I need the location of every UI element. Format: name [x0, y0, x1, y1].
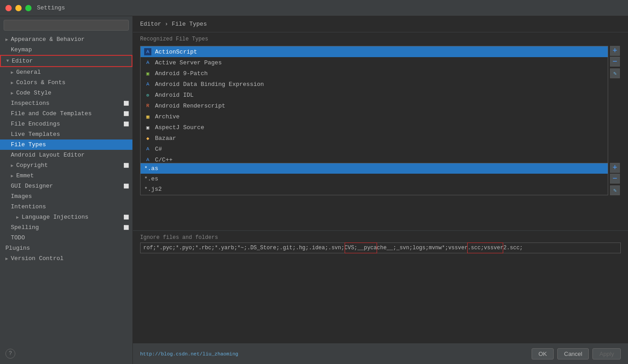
sidebar-item-copyright[interactable]: Copyright ⬜	[0, 160, 132, 171]
apply-button[interactable]: Apply	[592, 348, 621, 360]
list-item[interactable]: ▣ Android 9-Patch	[141, 68, 608, 79]
export-icon: ⬜	[123, 225, 129, 230]
ignore-label: Ignore files and folders	[140, 234, 621, 241]
search-input[interactable]	[4, 20, 129, 31]
file-type-label: Archive	[155, 113, 180, 120]
panels: Recognized File Types A ActionScript A A…	[133, 32, 628, 343]
list-item[interactable]: R Android Renderscript	[141, 100, 608, 111]
file-type-icon: ⊕	[144, 91, 151, 99]
sidebar-label: Code Style	[16, 90, 51, 96]
list-item[interactable]: A Android Data Binding Expression	[141, 79, 608, 90]
sidebar-item-codestyle[interactable]: Code Style	[0, 88, 132, 98]
window-controls[interactable]	[5, 5, 32, 11]
sidebar-item-filetypes[interactable]: File Types	[0, 139, 132, 150]
list-item[interactable]: ▣ AspectJ Source	[141, 122, 608, 133]
sidebar-item-keymap[interactable]: Keymap	[0, 45, 132, 55]
sidebar-item-colors[interactable]: Colors & Fonts	[0, 77, 132, 88]
file-type-label: Android IDL	[155, 92, 194, 99]
sidebar-item-versioncontrol[interactable]: Version Control	[0, 253, 132, 264]
registered-side-buttons: + − ✎	[608, 163, 621, 195]
export-icon: ⬜	[123, 163, 129, 168]
list-item[interactable]: A Active Server Pages	[141, 57, 608, 68]
file-type-label: Android Renderscript	[155, 103, 225, 109]
sidebar-item-languageinjections[interactable]: Language Injections ⬜	[0, 212, 132, 222]
sidebar-label: Intentions	[11, 203, 46, 210]
sidebar-item-filecodetemplates[interactable]: File and Code Templates ⬜	[0, 108, 132, 119]
recognized-file-types-panel: Recognized File Types A ActionScript A A…	[133, 32, 628, 149]
sidebar-label: Copyright	[16, 162, 48, 169]
sidebar-item-inspections[interactable]: Inspections ⬜	[0, 98, 132, 108]
file-type-label: C/C++	[155, 157, 173, 163]
export-icon: ⬜	[123, 215, 129, 220]
sidebar-item-general[interactable]: General	[0, 67, 132, 77]
sidebar-label: Version Control	[11, 255, 64, 262]
sidebar-item-appearance[interactable]: Appearance & Behavior	[0, 34, 132, 45]
sidebar-label: General	[16, 69, 41, 76]
list-item[interactable]: A C#	[141, 144, 608, 154]
file-type-icon: ▣	[144, 70, 151, 77]
footer-link: http://blog.csdn.net/liu_zhaoming	[140, 351, 528, 357]
sidebar-item-guidesigner[interactable]: GUI Designer ⬜	[0, 181, 132, 191]
sidebar-item-spelling[interactable]: Spelling ⬜	[0, 222, 132, 233]
registered-list-wrapper: *.as *.es *.js2 + − ✎	[140, 163, 621, 195]
ignore-input[interactable]	[140, 243, 621, 253]
file-type-label: Bazaar	[155, 135, 176, 142]
sidebar-label: Keymap	[11, 46, 32, 53]
ok-button[interactable]: OK	[532, 348, 554, 360]
minimize-button[interactable]	[15, 5, 22, 11]
expand-icon	[11, 80, 14, 85]
remove-pattern-button[interactable]: −	[610, 174, 620, 184]
add-file-type-button[interactable]: +	[610, 46, 620, 56]
expand-icon	[11, 90, 14, 96]
help-button[interactable]: ?	[5, 349, 15, 359]
pattern-label: *.as	[144, 165, 158, 172]
expand-icon	[16, 215, 19, 220]
sidebar-item-livetemplates[interactable]: Live Templates	[0, 129, 132, 139]
recognized-side-buttons: + − ✎	[608, 46, 621, 166]
file-type-label: Active Server Pages	[155, 59, 222, 66]
file-type-label: C#	[155, 146, 162, 153]
list-item[interactable]: ▦ Archive	[141, 111, 608, 122]
list-item[interactable]: *.as	[141, 163, 608, 174]
sidebar-item-todo[interactable]: TODO	[0, 233, 132, 243]
sidebar-item-editor[interactable]: Editor	[0, 55, 132, 67]
export-icon: ⬜	[123, 111, 129, 117]
close-button[interactable]	[5, 5, 12, 11]
recognized-list-wrapper: A ActionScript A Active Server Pages ▣ A…	[140, 46, 621, 166]
list-item[interactable]: *.es	[141, 174, 608, 184]
file-type-icon: A	[144, 156, 151, 163]
sidebar-label: Language Injections	[22, 214, 88, 220]
file-type-label: Android 9-Patch	[155, 70, 208, 77]
export-icon: ⬜	[123, 184, 129, 189]
file-type-icon: R	[144, 102, 151, 109]
export-icon: ⬜	[123, 121, 129, 127]
sidebar-item-androidlayout[interactable]: Android Layout Editor	[0, 150, 132, 160]
list-item[interactable]: A ActionScript	[141, 46, 608, 57]
file-type-label: Android Data Binding Expression	[155, 81, 264, 88]
ignore-section: Ignore files and folders	[133, 230, 628, 257]
cancel-button[interactable]: Cancel	[557, 348, 589, 360]
sidebar-label: TODO	[11, 234, 25, 241]
file-type-icon: ▦	[144, 113, 151, 120]
expand-icon	[11, 173, 14, 179]
sidebar-item-fileencodings[interactable]: File Encodings ⬜	[0, 119, 132, 129]
sidebar-item-plugins[interactable]: Plugins	[0, 243, 132, 253]
add-pattern-button[interactable]: +	[610, 163, 620, 173]
file-type-label: ActionScript	[155, 49, 197, 55]
maximize-button[interactable]	[25, 5, 32, 11]
sidebar-item-emmet[interactable]: Emmet	[0, 171, 132, 181]
main-layout: Appearance & Behavior Keymap Editor Gene…	[0, 16, 628, 364]
list-item[interactable]: ◆ Bazaar	[141, 133, 608, 144]
list-item[interactable]: ⊕ Android IDL	[141, 90, 608, 100]
sidebar-item-intentions[interactable]: Intentions	[0, 202, 132, 212]
edit-file-type-button[interactable]: ✎	[610, 68, 620, 78]
sidebar: Appearance & Behavior Keymap Editor Gene…	[0, 16, 133, 364]
sidebar-label: File Encodings	[11, 121, 60, 127]
edit-pattern-button[interactable]: ✎	[610, 185, 620, 195]
pattern-label: *.js2	[144, 186, 162, 193]
registered-list: *.as *.es *.js2	[140, 163, 608, 195]
sidebar-item-images[interactable]: Images	[0, 191, 132, 202]
remove-file-type-button[interactable]: −	[610, 57, 620, 67]
list-item[interactable]: *.js2	[141, 184, 608, 194]
expand-icon	[6, 58, 9, 63]
